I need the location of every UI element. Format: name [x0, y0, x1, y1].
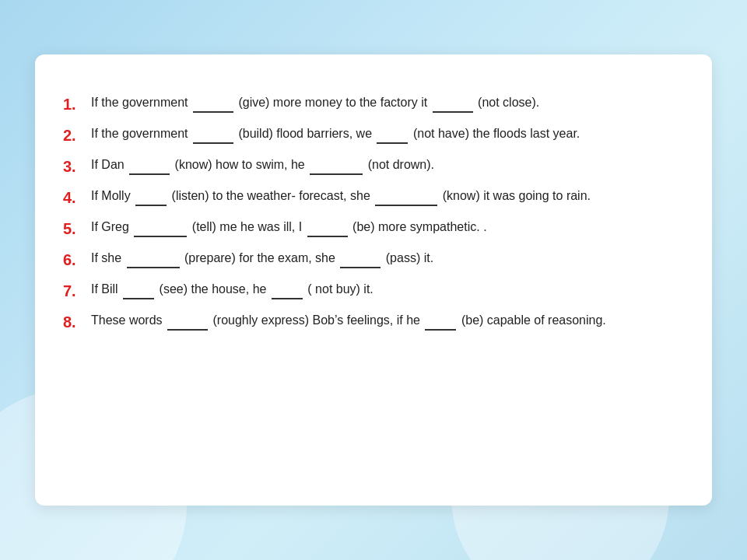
fill-blank[interactable]: [307, 223, 348, 237]
fill-blank[interactable]: [123, 285, 154, 299]
fill-blank[interactable]: [377, 130, 408, 144]
fill-blank[interactable]: [310, 161, 363, 175]
item-sentence: These words (roughly express) Bob’s feel…: [91, 311, 681, 331]
item-sentence: If Greg (tell) me he was ill, I (be) mor…: [91, 218, 681, 237]
list-item: 4.If Molly (listen) to the weather- fore…: [63, 187, 681, 210]
fill-blank[interactable]: [193, 99, 233, 113]
item-number: 8.: [63, 310, 88, 334]
item-sentence: If Bill (see) the house, he ( not buy) i…: [91, 280, 681, 299]
item-sentence: If Dan (know) how to swim, he (not drown…: [91, 156, 681, 175]
fill-blank[interactable]: [127, 254, 180, 268]
fill-blank[interactable]: [135, 192, 167, 206]
fill-blank[interactable]: [193, 130, 233, 144]
item-number: 2.: [63, 124, 88, 148]
item-number: 7.: [63, 279, 88, 303]
list-item: 1.If the government (give) more money to…: [63, 93, 681, 117]
list-item: 8. These words (roughly express) Bob’s f…: [63, 311, 681, 334]
fill-blank[interactable]: [375, 192, 437, 206]
item-number: 5.: [63, 217, 88, 241]
list-item: 3.If Dan (know) how to swim, he (not dro…: [63, 156, 681, 179]
fill-blank[interactable]: [129, 161, 170, 175]
fill-blank[interactable]: [167, 317, 208, 331]
main-card: 1.If the government (give) more money to…: [35, 54, 712, 506]
item-sentence: If the government (build) flood barriers…: [91, 124, 681, 144]
list-item: 6.If she (prepare) for the exam, she (pa…: [63, 249, 681, 272]
item-sentence: If the government (give) more money to t…: [91, 93, 681, 113]
item-number: 4.: [63, 186, 88, 210]
fill-blank[interactable]: [425, 317, 456, 331]
item-number: 6.: [63, 248, 88, 272]
fill-blank[interactable]: [340, 254, 381, 268]
fill-blank[interactable]: [433, 99, 473, 113]
fill-blank[interactable]: [134, 223, 187, 237]
list-item: 2. If the government (build) flood barri…: [63, 124, 681, 148]
item-sentence: If Molly (listen) to the weather- foreca…: [91, 187, 681, 206]
item-number: 3.: [63, 155, 88, 179]
exercise-list: 1.If the government (give) more money to…: [63, 93, 681, 334]
item-number: 1.: [63, 93, 88, 117]
item-sentence: If she (prepare) for the exam, she (pass…: [91, 249, 681, 268]
fill-blank[interactable]: [272, 285, 303, 299]
list-item: 5.If Greg (tell) me he was ill, I (be) m…: [63, 218, 681, 241]
list-item: 7.If Bill (see) the house, he ( not buy)…: [63, 280, 681, 303]
